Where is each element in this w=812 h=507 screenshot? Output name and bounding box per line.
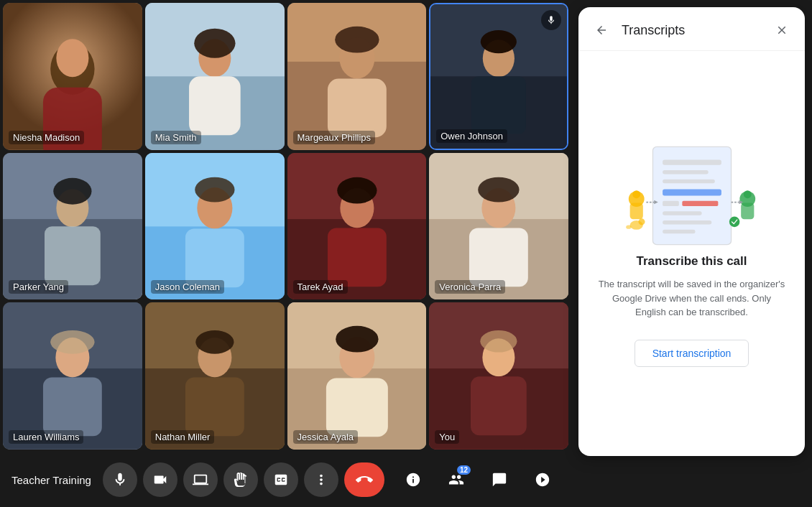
toolbar-center-controls — [103, 462, 384, 497]
mia-name-label: Mia Smith — [151, 131, 201, 144]
niesha-name-label: Niesha Madison — [9, 131, 84, 144]
svg-point-37 — [478, 177, 519, 202]
veronica-name-label: Veronica Parra — [435, 280, 505, 294]
video-tile-owen: Owen Johnson — [429, 3, 568, 150]
svg-rect-13 — [327, 78, 386, 137]
svg-rect-18 — [471, 76, 526, 134]
lauren-name-label: Lauren Williams — [9, 430, 83, 444]
video-tile-margeaux: Margeaux Phillips — [287, 3, 427, 150]
margeaux-name-label: Margeaux Phillips — [293, 131, 376, 144]
video-tile-mia: Mia Smith — [145, 3, 285, 150]
jessica-name-label: Jessica Ayala — [293, 430, 359, 444]
svg-rect-60 — [663, 160, 721, 165]
svg-point-12 — [335, 27, 379, 53]
svg-point-81 — [626, 225, 631, 229]
video-tile-lauren: Lauren Williams — [3, 302, 142, 450]
svg-rect-68 — [663, 230, 695, 233]
transcripts-description: The transcript will be saved in the orga… — [596, 277, 788, 320]
svg-rect-33 — [327, 228, 386, 287]
svg-rect-23 — [45, 226, 101, 285]
svg-point-42 — [50, 330, 94, 354]
svg-rect-65 — [663, 201, 679, 206]
video-grid: Niesha Madison Mia Smith Margeaux — [0, 0, 571, 452]
svg-point-80 — [638, 219, 645, 225]
parker-name-label: Parker Yang — [9, 280, 68, 294]
svg-point-52 — [336, 326, 378, 353]
svg-point-70 — [632, 190, 640, 198]
video-tile-jessica: Jessica Ayala — [287, 302, 427, 450]
panel-header: Transcripts — [578, 7, 805, 51]
tarek-name-label: Tarek Ayad — [293, 280, 348, 294]
svg-rect-66 — [663, 212, 702, 215]
svg-rect-62 — [663, 180, 715, 183]
svg-rect-67 — [663, 220, 711, 224]
caption-button[interactable] — [264, 462, 298, 497]
mic-button[interactable] — [103, 462, 137, 497]
you-name-label: You — [435, 430, 459, 444]
svg-point-22 — [53, 177, 91, 204]
video-tile-nathan: Nathan Miller — [145, 302, 285, 450]
svg-rect-43 — [43, 378, 102, 437]
svg-rect-71 — [629, 203, 642, 220]
toolbar-right-controls: 12 — [396, 462, 560, 497]
meeting-info-button[interactable] — [396, 462, 430, 497]
jason-name-label: Jason Coleman — [151, 280, 224, 294]
svg-point-27 — [195, 177, 234, 202]
transcripts-heading: Transcribe this call — [636, 254, 747, 269]
panel-close-button[interactable] — [770, 19, 793, 42]
svg-rect-8 — [189, 76, 241, 135]
chat-button[interactable] — [482, 462, 517, 497]
start-transcription-button[interactable]: Start transcription — [635, 340, 749, 367]
svg-point-82 — [729, 217, 739, 228]
svg-rect-58 — [471, 377, 527, 436]
svg-rect-61 — [663, 170, 709, 174]
transcripts-illustration — [620, 140, 764, 254]
svg-rect-48 — [185, 378, 244, 437]
svg-point-57 — [481, 330, 517, 353]
meeting-title: Teacher Training — [11, 474, 91, 486]
svg-point-7 — [194, 29, 235, 58]
svg-rect-38 — [469, 228, 528, 287]
panel-content: Transcribe this call The transcript will… — [578, 51, 805, 456]
video-tile-tarek: Tarek Ayad — [287, 153, 427, 300]
panel-back-button[interactable] — [590, 19, 613, 42]
svg-rect-64 — [682, 201, 718, 206]
nathan-name-label: Nathan Miller — [151, 430, 215, 444]
svg-rect-53 — [326, 378, 387, 437]
svg-rect-76 — [741, 203, 754, 220]
video-tile-you: You — [429, 302, 568, 450]
raise-hand-button[interactable] — [223, 462, 258, 497]
svg-point-75 — [743, 190, 751, 198]
svg-rect-28 — [185, 228, 244, 287]
more-options-button[interactable] — [304, 462, 338, 497]
people-button[interactable]: 12 — [439, 462, 474, 497]
video-tile-parker: Parker Yang — [3, 153, 142, 300]
svg-point-32 — [337, 177, 377, 203]
svg-rect-63 — [663, 190, 721, 196]
activities-button[interactable] — [525, 462, 560, 497]
video-tile-jason: Jason Coleman — [145, 153, 285, 300]
owen-mic-icon — [541, 10, 561, 30]
video-tile-niesha: Niesha Madison — [3, 3, 142, 150]
end-call-button[interactable] — [344, 462, 384, 497]
svg-point-47 — [195, 330, 234, 354]
svg-point-2 — [56, 39, 88, 77]
panel-title: Transcripts — [622, 23, 762, 38]
video-tile-veronica: Veronica Parra — [429, 153, 568, 300]
camera-button[interactable] — [143, 462, 177, 497]
transcripts-panel: Transcripts — [578, 7, 805, 456]
people-count-badge: 12 — [457, 465, 471, 475]
owen-name-label: Owen Johnson — [436, 129, 507, 143]
present-button[interactable] — [183, 462, 218, 497]
bottom-toolbar: Teacher Training — [0, 452, 571, 507]
svg-point-17 — [481, 30, 517, 53]
